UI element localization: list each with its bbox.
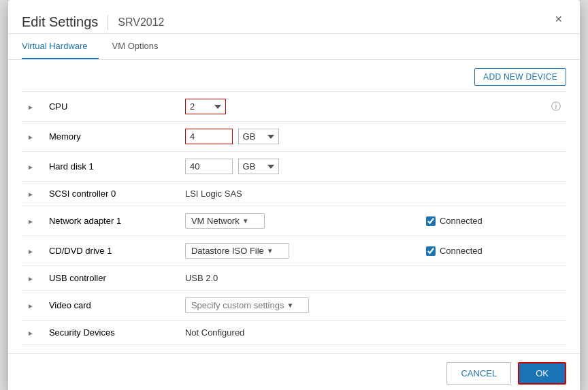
- expand-cell: ►: [22, 122, 44, 152]
- memory-value-cell: GB MB: [180, 122, 421, 152]
- security-value-cell: Not Configured: [180, 321, 421, 345]
- security-right-cell: [421, 321, 566, 345]
- video-card-value: Specify custom settings: [191, 300, 284, 310]
- expand-icon[interactable]: ►: [27, 191, 34, 198]
- dialog-body: ADD NEW DEVICE ► CPU 2 1 4 8: [8, 60, 580, 353]
- connected-container: Connected: [426, 216, 561, 226]
- dialog-header: Edit Settings SRV2012 ×: [8, 0, 580, 34]
- close-button[interactable]: ×: [551, 11, 566, 28]
- tab-virtual-hardware[interactable]: Virtual Hardware: [22, 34, 99, 59]
- network-adapter-right-cell: Connected: [421, 206, 566, 236]
- cancel-button[interactable]: CANCEL: [446, 362, 511, 385]
- cdvd-connected-label: Connected: [440, 246, 483, 256]
- scsi-value-cell: LSI Logic SAS: [180, 182, 421, 206]
- network-connected-checkbox[interactable]: [426, 216, 436, 226]
- table-row: ► CPU 2 1 4 8 ⓘ: [22, 92, 566, 122]
- expand-cell: ►: [22, 182, 44, 206]
- add-new-device-button[interactable]: ADD NEW DEVICE: [474, 68, 566, 86]
- security-label: Security Devices: [44, 321, 180, 345]
- scsi-right-cell: [421, 182, 566, 206]
- security-value: Not Configured: [185, 327, 244, 338]
- cpu-label: CPU: [44, 92, 180, 122]
- expand-icon[interactable]: ►: [27, 329, 34, 337]
- hard-disk-right-cell: [421, 152, 566, 182]
- cdvd-value-cell: Datastore ISO File ▼: [180, 236, 421, 266]
- expand-icon[interactable]: ►: [27, 248, 34, 255]
- expand-cell: ►: [22, 152, 44, 182]
- cpu-value-cell: 2 1 4 8: [180, 92, 421, 122]
- cdvd-label: CD/DVD drive 1: [44, 236, 180, 266]
- expand-cell: ►: [22, 206, 44, 236]
- tab-vm-options[interactable]: VM Options: [112, 34, 169, 59]
- network-adapter-dropdown[interactable]: VM Network ▼: [185, 213, 265, 229]
- table-row: ► Hard disk 1 GB MB: [22, 152, 566, 182]
- chevron-down-icon: ▼: [287, 302, 293, 309]
- table-row: ► Security Devices Not Configured: [22, 321, 566, 345]
- table-row: ► CD/DVD drive 1 Datastore ISO File ▼ Co…: [22, 236, 566, 266]
- table-row: ► Video card Specify custom settings ▼: [22, 291, 566, 321]
- usb-value-cell: USB 2.0: [180, 266, 421, 291]
- dialog-footer: CANCEL OK: [8, 353, 580, 390]
- expand-cell: ►: [22, 321, 44, 345]
- network-adapter-value: VM Network: [191, 216, 240, 226]
- table-row: ► Network adapter 1 VM Network ▼ Connect…: [22, 206, 566, 236]
- usb-value: USB 2.0: [185, 273, 218, 283]
- scsi-value: LSI Logic SAS: [185, 189, 242, 199]
- dialog-title: Edit Settings: [22, 14, 98, 30]
- video-card-right-cell: [421, 291, 566, 321]
- video-card-dropdown[interactable]: Specify custom settings ▼: [185, 297, 309, 313]
- cpu-select[interactable]: 2 1 4 8: [185, 99, 226, 114]
- cdvd-value: Datastore ISO File: [191, 246, 264, 256]
- expand-icon[interactable]: ►: [27, 133, 34, 141]
- expand-icon[interactable]: ►: [27, 218, 34, 225]
- expand-icon[interactable]: ►: [27, 103, 34, 111]
- hard-disk-unit-select[interactable]: GB MB: [238, 159, 279, 174]
- hard-disk-value-cell: GB MB: [180, 152, 421, 182]
- table-row: ► Memory GB MB: [22, 122, 566, 152]
- info-icon: ⓘ: [551, 101, 561, 112]
- expand-cell: ►: [22, 291, 44, 321]
- scsi-label: SCSI controller 0: [44, 182, 180, 206]
- table-row: ► USB controller USB 2.0: [22, 266, 566, 291]
- toolbar: ADD NEW DEVICE: [22, 68, 566, 86]
- network-adapter-value-cell: VM Network ▼: [180, 206, 421, 236]
- edit-settings-dialog: Edit Settings SRV2012 × Virtual Hardware…: [8, 0, 580, 390]
- expand-icon[interactable]: ►: [27, 275, 34, 282]
- expand-icon[interactable]: ►: [27, 302, 34, 310]
- cdvd-connected-checkbox[interactable]: [426, 246, 436, 256]
- table-row: ► SCSI controller 0 LSI Logic SAS: [22, 182, 566, 206]
- cdvd-right-cell: Connected: [421, 236, 566, 266]
- connected-container: Connected: [426, 246, 561, 256]
- network-connected-label: Connected: [440, 216, 483, 226]
- tab-bar: Virtual Hardware VM Options: [8, 34, 580, 60]
- memory-input[interactable]: [185, 129, 233, 144]
- network-adapter-label: Network adapter 1: [44, 206, 180, 236]
- hardware-table: ► CPU 2 1 4 8 ⓘ: [22, 91, 566, 345]
- hard-disk-label: Hard disk 1: [44, 152, 180, 182]
- cpu-info-cell: ⓘ: [421, 92, 566, 122]
- memory-unit-select[interactable]: GB MB: [238, 129, 279, 144]
- expand-icon[interactable]: ►: [27, 163, 34, 171]
- header-separator: [108, 15, 108, 30]
- memory-right-cell: [421, 122, 566, 152]
- ok-button[interactable]: OK: [518, 362, 566, 385]
- chevron-down-icon: ▼: [242, 217, 249, 225]
- expand-cell: ►: [22, 236, 44, 266]
- chevron-down-icon: ▼: [267, 247, 274, 255]
- video-card-label: Video card: [44, 291, 180, 321]
- expand-cell: ►: [22, 92, 44, 122]
- video-card-value-cell: Specify custom settings ▼: [180, 291, 421, 321]
- cdvd-dropdown[interactable]: Datastore ISO File ▼: [185, 243, 289, 259]
- memory-label: Memory: [44, 122, 180, 152]
- hard-disk-input[interactable]: [185, 159, 233, 174]
- expand-cell: ►: [22, 266, 44, 291]
- usb-label: USB controller: [44, 266, 180, 291]
- dialog-subtitle: SRV2012: [118, 16, 164, 29]
- usb-right-cell: [421, 266, 566, 291]
